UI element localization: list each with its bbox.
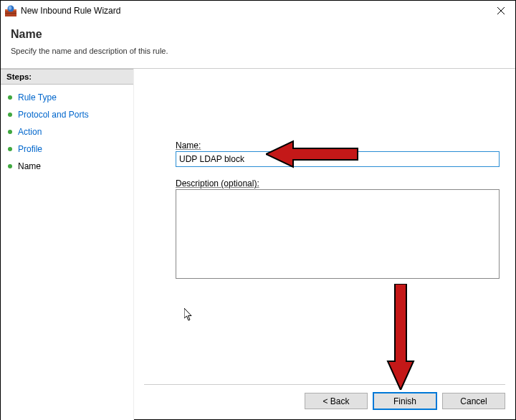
bullet-icon (8, 147, 12, 151)
page-subtitle: Specify the name and description of this… (11, 47, 505, 55)
wizard-window: New Inbound Rule Wizard Name Specify the… (0, 0, 516, 420)
step-protocol-and-ports[interactable]: Protocol and Ports (2, 106, 132, 123)
step-label: Profile (18, 144, 42, 154)
name-input[interactable] (176, 151, 500, 167)
finish-button[interactable]: Finish (373, 393, 436, 409)
page-title: Name (11, 28, 505, 41)
bullet-icon (8, 130, 12, 134)
description-input[interactable] (176, 189, 500, 279)
svg-rect-2 (5, 13, 16, 14)
titlebar: New Inbound Rule Wizard (1, 1, 515, 21)
footer-divider (144, 384, 505, 385)
svg-point-4 (9, 6, 11, 10)
step-action[interactable]: Action (2, 123, 132, 140)
cancel-button[interactable]: Cancel (442, 393, 505, 409)
step-name[interactable]: Name (2, 158, 132, 175)
bullet-icon (8, 113, 12, 117)
description-label: Description (optional): (176, 178, 259, 188)
step-label: Action (18, 127, 42, 137)
step-label: Rule Type (18, 92, 57, 102)
main-panel: Name: Description (optional): (133, 69, 515, 420)
step-rule-type[interactable]: Rule Type (2, 89, 132, 106)
step-profile[interactable]: Profile (2, 140, 132, 158)
sidebar: Steps: Rule Type Protocol and Ports Acti… (1, 69, 133, 420)
wizard-body: Steps: Rule Type Protocol and Ports Acti… (1, 69, 515, 420)
button-row: < Back Finish Cancel (305, 393, 505, 409)
form-area: Name: Description (optional): (176, 140, 500, 281)
steps-header: Steps: (1, 69, 133, 85)
steps-list: Rule Type Protocol and Ports Action Prof… (1, 85, 133, 179)
finish-button-label: Finish (393, 396, 416, 406)
back-button[interactable]: < Back (305, 393, 368, 409)
step-label: Protocol and Ports (18, 110, 89, 120)
bullet-icon (8, 95, 12, 100)
bullet-icon (8, 164, 12, 168)
name-label: Name: (176, 140, 201, 151)
window-title: New Inbound Rule Wizard (21, 6, 487, 16)
close-button[interactable] (487, 1, 515, 21)
step-label: Name (18, 161, 41, 171)
wizard-header: Name Specify the name and description of… (1, 21, 515, 64)
back-button-label: < Back (322, 396, 349, 406)
cancel-button-label: Cancel (460, 396, 487, 406)
firewall-icon (5, 5, 16, 16)
